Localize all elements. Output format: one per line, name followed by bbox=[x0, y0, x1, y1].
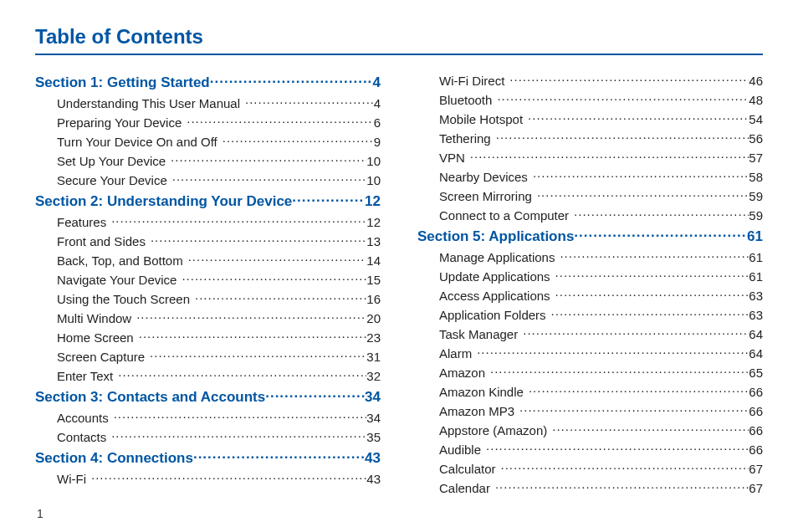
toc-entry-page: 14 bbox=[366, 252, 381, 269]
toc-dots bbox=[195, 291, 366, 304]
toc-dots bbox=[139, 330, 367, 342]
toc-entry[interactable]: Turn Your Device On and Off 9 bbox=[57, 133, 381, 151]
toc-entry[interactable]: Alarm 64 bbox=[439, 345, 763, 362]
toc-entry[interactable]: Application Folders 63 bbox=[439, 306, 763, 324]
toc-entry-page: 12 bbox=[366, 213, 381, 231]
toc-entry[interactable]: Contacts 35 bbox=[57, 428, 381, 446]
toc-dots bbox=[574, 207, 749, 220]
toc-entry[interactable]: Enter Text 32 bbox=[57, 367, 381, 385]
toc-entry-page: 43 bbox=[366, 470, 381, 488]
toc-entry-page: 23 bbox=[366, 329, 381, 346]
toc-dots bbox=[496, 130, 749, 143]
toc-entry-page: 4 bbox=[374, 95, 381, 112]
toc-entry[interactable]: Update Applications 61 bbox=[439, 268, 763, 285]
toc-entry[interactable]: Wi-Fi Direct 46 bbox=[439, 72, 763, 90]
toc-entry[interactable]: Multi Window 20 bbox=[57, 309, 381, 327]
toc-dots bbox=[136, 310, 366, 323]
toc-entry[interactable]: Task Manager 64 bbox=[439, 325, 763, 343]
toc-entry[interactable]: Amazon 65 bbox=[439, 364, 763, 381]
toc-section[interactable]: Section 1: Getting Started 4 bbox=[35, 73, 381, 91]
toc-entry[interactable]: Preparing Your Device 6 bbox=[57, 114, 381, 131]
toc-entry[interactable]: Front and Sides 13 bbox=[57, 233, 381, 250]
toc-entry-page: 56 bbox=[749, 130, 763, 147]
toc-entry-label: VPN bbox=[439, 149, 465, 166]
toc-entry-label: Manage Applications bbox=[439, 248, 555, 266]
toc-dots bbox=[188, 253, 367, 265]
toc-entry-page: 15 bbox=[366, 271, 381, 289]
toc-entry-label: Task Manager bbox=[439, 325, 518, 343]
toc-entry[interactable]: Wi-Fi 43 bbox=[57, 470, 381, 488]
toc-entry[interactable]: Manage Applications 61 bbox=[439, 248, 763, 266]
toc-section-label: Section 5: Applications bbox=[417, 228, 574, 245]
toc-entry-label: Update Applications bbox=[439, 268, 550, 285]
toc-dots bbox=[490, 365, 749, 377]
toc-entry-page: 9 bbox=[374, 133, 381, 151]
toc-section-label: Section 4: Connections bbox=[35, 450, 193, 467]
toc-dots bbox=[292, 192, 365, 206]
toc-entry-page: 10 bbox=[366, 152, 381, 170]
toc-entry-page: 67 bbox=[749, 479, 763, 497]
toc-entry[interactable]: Back, Top, and Bottom 14 bbox=[57, 252, 381, 269]
toc-section-page: 61 bbox=[747, 228, 763, 245]
toc-entry[interactable]: Connect to a Computer 59 bbox=[439, 207, 763, 224]
toc-entry[interactable]: VPN 57 bbox=[439, 149, 763, 166]
toc-section[interactable]: Section 3: Contacts and Accounts 34 bbox=[35, 387, 381, 406]
toc-dots bbox=[111, 214, 366, 227]
toc-entry[interactable]: Home Screen 23 bbox=[57, 329, 381, 346]
toc-entry[interactable]: Access Applications 63 bbox=[439, 287, 763, 304]
toc-dots bbox=[509, 73, 749, 85]
toc-entry-page: 10 bbox=[366, 171, 381, 189]
toc-entry-page: 66 bbox=[749, 383, 763, 401]
page-title: Table of Contents bbox=[35, 25, 763, 55]
toc-entry[interactable]: Secure Your Device 10 bbox=[57, 171, 381, 189]
toc-section-label: Section 3: Contacts and Accounts bbox=[35, 389, 265, 406]
toc-entry[interactable]: Amazon MP3 66 bbox=[439, 402, 763, 420]
toc-entry-label: Navigate Your Device bbox=[57, 271, 176, 289]
toc-entry[interactable]: Navigate Your Device 15 bbox=[57, 271, 381, 289]
toc-entry-label: Turn Your Device On and Off bbox=[57, 133, 217, 151]
toc-entry[interactable]: Bluetooth 48 bbox=[439, 91, 763, 109]
toc-entry-page: 66 bbox=[749, 422, 763, 439]
toc-entry-page: 66 bbox=[749, 402, 763, 420]
toc-entry[interactable]: Amazon Kindle 66 bbox=[439, 383, 763, 401]
toc-entry-label: Tethering bbox=[439, 130, 491, 147]
page: Table of Contents Section 1: Getting Sta… bbox=[0, 0, 798, 529]
toc-entry[interactable]: Calculator 67 bbox=[439, 460, 763, 478]
toc-column-right: Wi-Fi Direct 46 Bluetooth 48 Mobile Hots… bbox=[417, 70, 763, 499]
toc-entry-page: 46 bbox=[749, 72, 763, 90]
toc-section-label: Section 2: Understanding Your Device bbox=[35, 193, 292, 210]
toc-dots bbox=[187, 115, 373, 127]
toc-entry[interactable]: Using the Touch Screen 16 bbox=[57, 290, 381, 308]
toc-section[interactable]: Section 2: Understanding Your Device 12 bbox=[35, 192, 381, 210]
toc-entry[interactable]: Nearby Devices 58 bbox=[439, 168, 763, 186]
toc-entry[interactable]: Calendar 67 bbox=[439, 479, 763, 497]
toc-section-page: 12 bbox=[365, 193, 381, 210]
toc-entry[interactable]: Mobile Hotspot 54 bbox=[439, 110, 763, 128]
toc-dots bbox=[182, 272, 366, 284]
toc-entry-label: Mobile Hotspot bbox=[439, 110, 523, 128]
toc-section-page: 4 bbox=[373, 74, 381, 91]
toc-section-page: 34 bbox=[365, 389, 381, 406]
toc-entry[interactable]: Appstore (Amazon) 66 bbox=[439, 422, 763, 439]
toc-dots bbox=[497, 92, 749, 105]
toc-section[interactable]: Section 4: Connections 43 bbox=[35, 448, 381, 467]
toc-dots bbox=[470, 150, 749, 162]
toc-dots bbox=[118, 368, 366, 381]
toc-entry[interactable]: Accounts 34 bbox=[57, 409, 381, 427]
toc-dots bbox=[551, 307, 749, 320]
toc-entry-label: Enter Text bbox=[57, 367, 113, 385]
toc-entry[interactable]: Screen Mirroring 59 bbox=[439, 187, 763, 205]
toc-dots bbox=[574, 227, 747, 241]
toc-entry[interactable]: Tethering 56 bbox=[439, 130, 763, 147]
toc-section[interactable]: Section 5: Applications 61 bbox=[417, 227, 763, 245]
toc-entry[interactable]: Screen Capture 31 bbox=[57, 348, 381, 366]
toc-entry[interactable]: Set Up Your Device 10 bbox=[57, 152, 381, 170]
toc-entry-page: 65 bbox=[749, 364, 763, 381]
toc-section-page: 43 bbox=[365, 450, 381, 467]
toc-dots bbox=[151, 233, 366, 246]
toc-entry[interactable]: Audible 66 bbox=[439, 441, 763, 458]
toc-entry-label: Access Applications bbox=[439, 287, 550, 304]
toc-entry[interactable]: Understanding This User Manual 4 bbox=[57, 95, 381, 112]
toc-dots bbox=[501, 461, 749, 473]
toc-entry[interactable]: Features 12 bbox=[57, 213, 381, 231]
